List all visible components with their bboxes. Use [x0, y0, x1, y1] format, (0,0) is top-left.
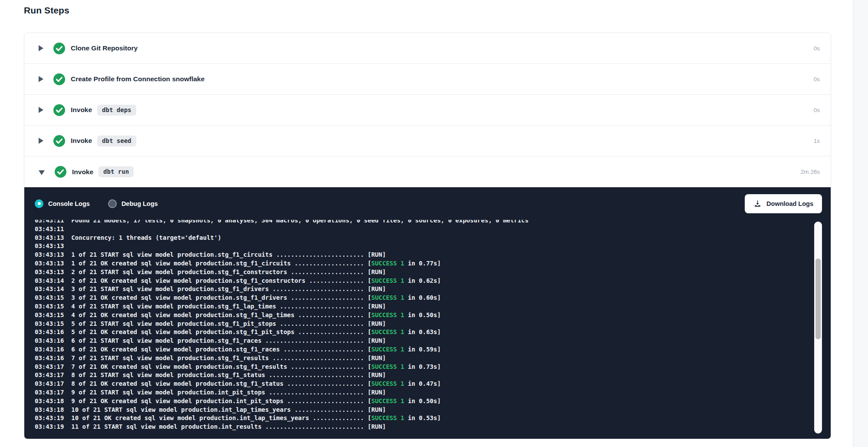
log-line: 03:43:13 2 of 21 START sql view model pr… — [35, 268, 813, 277]
console-log-output: 03:43:11 Found 21 models, 17 tests, 0 sn… — [35, 220, 813, 431]
step-label: Create Profile from Connection snowflake — [71, 75, 204, 83]
log-line: 03:43:18 10 of 21 START sql view model p… — [35, 406, 813, 414]
download-icon — [753, 199, 762, 208]
log-line: 03:43:19 11 of 21 START sql view model p… — [35, 423, 813, 431]
log-line: 03:43:16 5 of 21 OK created sql view mod… — [35, 328, 813, 337]
download-logs-label: Download Logs — [766, 200, 813, 207]
log-line: 03:43:14 3 of 21 START sql view model pr… — [35, 285, 813, 294]
step-success-icon — [53, 135, 65, 147]
log-line: 03:43:11 — [35, 225, 813, 234]
step-duration: 0s — [814, 45, 820, 52]
log-tabs: Console Logs Debug Logs — [35, 199, 176, 208]
log-line: 03:43:18 9 of 21 OK created sql view mod… — [35, 397, 813, 406]
log-line: 03:43:13 1 of 21 START sql view model pr… — [35, 251, 813, 259]
radio-circle-icon[interactable] — [108, 199, 117, 208]
step-label: Invoke — [71, 106, 92, 114]
step-command-badge: dbt deps — [97, 105, 136, 116]
log-tab-label: Console Logs — [48, 200, 90, 207]
step-row[interactable]: Invoke dbt seed 1s — [24, 126, 831, 156]
step-label: Invoke — [72, 168, 93, 176]
expand-caret-icon[interactable] — [39, 76, 43, 82]
log-scrollbar[interactable] — [814, 222, 822, 434]
expand-caret-icon[interactable] — [39, 107, 43, 113]
download-logs-button[interactable]: Download Logs — [745, 194, 822, 213]
step-command-badge: dbt run — [99, 166, 134, 177]
expand-caret-icon[interactable] — [39, 138, 43, 144]
log-viewport[interactable]: 03:43:11 Found 21 models, 17 tests, 0 sn… — [24, 220, 813, 436]
log-line: 03:43:13 — [35, 242, 813, 251]
log-line: 03:43:13 Concurrency: 1 threads (target=… — [35, 234, 813, 242]
step-duration: 0s — [814, 107, 820, 113]
log-scrollbar-thumb[interactable] — [815, 258, 821, 339]
log-line: 03:43:15 3 of 21 OK created sql view mod… — [35, 294, 813, 302]
log-line: 03:43:16 6 of 21 OK created sql view mod… — [35, 345, 813, 354]
right-side-panel — [853, 0, 868, 447]
log-line: 03:43:15 4 of 21 START sql view model pr… — [35, 302, 813, 311]
log-line: 03:43:17 8 of 21 OK created sql view mod… — [35, 380, 813, 388]
log-line: 03:43:19 10 of 21 OK created sql view mo… — [35, 414, 813, 423]
log-panel-header: Console Logs Debug Logs Download Logs — [24, 187, 831, 220]
log-line: 03:43:14 2 of 21 OK created sql view mod… — [35, 277, 813, 285]
log-line: 03:43:17 9 of 21 START sql view model pr… — [35, 388, 813, 397]
log-panel: Console Logs Debug Logs Download Logs 03… — [24, 187, 831, 439]
expand-caret-icon[interactable] — [39, 45, 43, 51]
log-line: 03:43:16 6 of 21 START sql view model pr… — [35, 337, 813, 345]
step-command-badge: dbt seed — [97, 136, 136, 146]
step-row[interactable]: Create Profile from Connection snowflake… — [24, 64, 831, 95]
debug-logs-radio[interactable]: Debug Logs — [108, 199, 158, 208]
console-logs-radio[interactable]: Console Logs — [35, 199, 90, 208]
step-success-icon — [53, 73, 65, 85]
step-success-icon — [53, 104, 65, 116]
log-line: 03:43:15 5 of 21 START sql view model pr… — [35, 320, 813, 328]
step-label: Clone Git Repository — [71, 44, 138, 52]
log-line: 03:43:17 8 of 21 START sql view model pr… — [35, 371, 813, 380]
page: Run Steps Clone Git Repository 0s — [0, 0, 868, 447]
log-tab-label: Debug Logs — [122, 200, 158, 207]
step-label: Invoke — [71, 137, 92, 145]
expand-caret-icon[interactable] — [39, 170, 45, 175]
step-duration: 1s — [814, 138, 820, 144]
step-duration: 0s — [814, 76, 820, 83]
page-title: Run Steps — [24, 5, 69, 16]
log-line: 03:43:17 7 of 21 OK created sql view mod… — [35, 363, 813, 371]
radio-circle-icon[interactable] — [35, 199, 43, 208]
step-row[interactable]: Invoke dbt deps 0s — [24, 95, 831, 126]
steps-list: Clone Git Repository 0s Create Profile f… — [24, 33, 831, 187]
log-line: 03:43:15 4 of 21 OK created sql view mod… — [35, 311, 813, 320]
step-success-icon — [55, 166, 66, 178]
step-success-icon — [53, 43, 65, 54]
step-row[interactable]: Invoke dbt run 2m 26s — [24, 156, 831, 187]
log-line: 03:43:16 7 of 21 START sql view model pr… — [35, 354, 813, 363]
step-row[interactable]: Clone Git Repository 0s — [24, 33, 831, 64]
log-line: 03:43:11 Found 21 models, 17 tests, 0 sn… — [35, 220, 813, 225]
log-line: 03:43:13 1 of 21 OK created sql view mod… — [35, 259, 813, 268]
run-steps-card: Clone Git Repository 0s Create Profile f… — [24, 33, 831, 439]
step-duration: 2m 26s — [801, 169, 820, 175]
